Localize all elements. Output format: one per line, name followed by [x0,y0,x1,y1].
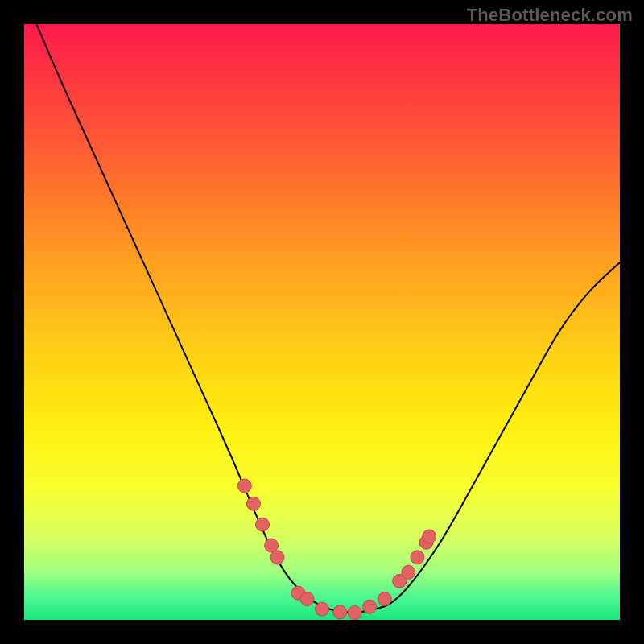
curve-marker [316,602,329,616]
curve-marker [402,565,415,579]
curve-marker [363,600,377,613]
chart-svg [24,24,620,620]
curve-marker [300,592,314,606]
curve-marker [246,497,260,510]
curve-marker [237,479,251,493]
chart-frame: TheBottleneck.com [0,0,644,644]
curve-marker [333,605,347,619]
curve-markers [237,479,436,620]
bottleneck-curve [24,0,620,613]
curve-marker [411,551,424,564]
plot-area [24,24,620,620]
curve-marker [423,530,436,543]
watermark-text: TheBottleneck.com [467,5,633,26]
curve-marker [378,592,391,606]
curve-marker [256,518,270,531]
curve-marker [348,606,361,620]
curve-marker [270,551,284,564]
